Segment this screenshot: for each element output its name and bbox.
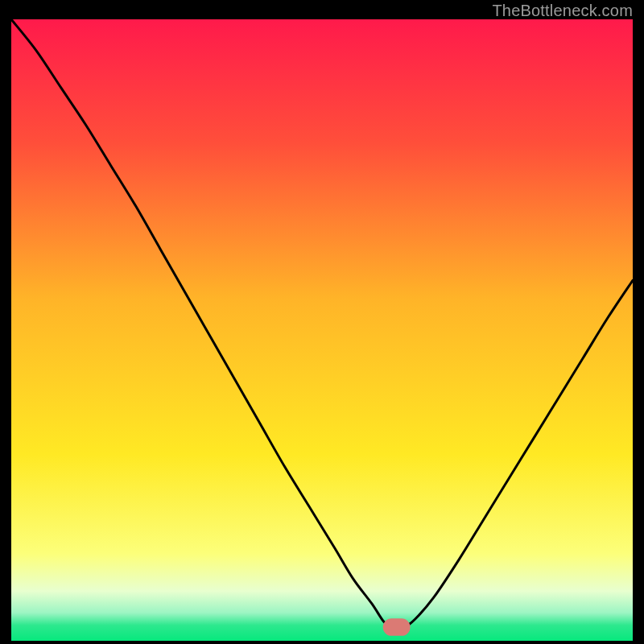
bottleneck-chart <box>11 19 633 641</box>
chart-frame <box>11 19 633 641</box>
gradient-background <box>11 19 633 641</box>
watermark-text: TheBottleneck.com <box>492 2 633 20</box>
optimal-marker <box>383 618 411 636</box>
